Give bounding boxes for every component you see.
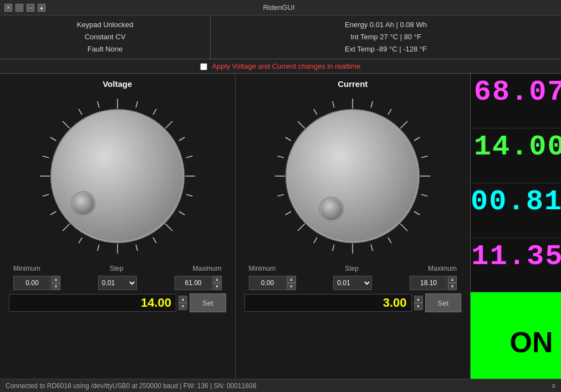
svg-point-25 [52,111,183,241]
svg-line-14 [79,238,82,243]
amps-row: 00.81 Amps [471,183,561,238]
info-left: Keypad Unlocked Constant CV Fault None [0,16,211,59]
on-off-button[interactable]: ON [471,292,561,392]
svg-line-4 [179,137,185,141]
energy-row: Energy 0.01 Ah | 0.08 Wh [345,19,427,31]
current-step-select[interactable]: 0.01 0.1 1.0 [333,276,372,290]
current-knob-svg[interactable] [269,93,436,259]
realtime-bar: Apply Voltage and Current changes in rea… [0,59,561,74]
voltage-min-down[interactable]: ▼ [52,283,60,290]
mode-row: Constant CV [7,31,203,43]
status-bar: Connected to RD6018 using /dev/ttyUSB0 a… [0,379,561,392]
current-min-down[interactable]: ▼ [287,283,296,290]
svg-line-38 [388,238,391,243]
right-panel: 68.07 Volts 14.00 Volts 00.81 Amps 11.35… [470,74,561,392]
main-volts-row: 68.07 Volts [471,74,561,128]
svg-line-45 [278,194,284,196]
current-min-up[interactable]: ▲ [287,276,296,283]
svg-line-17 [43,194,49,196]
panels-area: Voltage [0,74,561,392]
svg-line-36 [414,212,420,215]
svg-line-44 [285,212,291,215]
window-controls: ✕ □ — ▲ [4,4,45,12]
voltage-bottom-controls: Minimum Step Maximum ▲ ▼ [4,259,231,317]
current-value-up[interactable]: ▲ [414,296,423,303]
restore-button[interactable]: ▲ [38,4,45,12]
close-button[interactable]: ✕ [4,4,12,12]
set-volts-row: 14.00 Volts [471,128,561,183]
voltage-value-input[interactable] [9,294,176,312]
voltage-max-up[interactable]: ▲ [213,276,222,283]
current-set-button[interactable]: Set [425,293,462,312]
voltage-max-input[interactable] [175,276,212,290]
svg-line-41 [333,245,334,251]
voltage-value-spin: ▲ ▼ [178,296,187,310]
current-max-up[interactable]: ▲ [448,276,457,283]
current-controls-labels: Minimum Step Maximum [244,265,462,272]
current-max-input-group: ▲ ▼ [410,276,457,290]
svg-point-55 [320,198,343,220]
svg-line-3 [165,121,172,128]
svg-line-21 [63,121,70,128]
realtime-checkbox[interactable] [200,63,207,70]
status-icon: ≡ [552,382,555,390]
voltage-set-button[interactable]: Set [190,293,226,312]
svg-line-50 [314,109,317,115]
main-volts-value: 68.07 [474,76,561,109]
voltage-controls-inputs: ▲ ▼ 0.01 0.1 1.0 [9,276,226,290]
current-max-down[interactable]: ▼ [448,283,457,290]
voltage-knob-svg[interactable] [34,93,201,259]
svg-line-5 [186,156,192,158]
minimize-button[interactable]: — [27,4,34,12]
svg-line-2 [153,109,156,115]
svg-line-22 [79,109,82,115]
watts-row: 11.35 Watts [471,238,561,293]
voltage-value-up[interactable]: ▲ [178,296,187,303]
current-step-label: Step [345,265,359,272]
voltage-value-down[interactable]: ▼ [178,303,187,310]
amps-value: 00.81 [471,185,561,218]
voltage-max-down[interactable]: ▼ [213,283,222,290]
current-bottom-controls: Minimum Step Maximum ▲ ▼ [240,259,466,317]
svg-line-39 [371,245,373,251]
svg-line-13 [98,245,99,251]
voltage-min-input-group: ▲ ▼ [13,276,60,290]
current-value-spin: ▲ ▼ [414,296,423,310]
svg-line-31 [401,121,408,128]
svg-line-16 [50,212,56,215]
voltage-section: Voltage [0,74,236,392]
current-value-down[interactable]: ▼ [414,303,423,310]
current-max-input[interactable] [410,276,447,290]
svg-point-53 [287,111,418,241]
current-value-input[interactable] [244,294,412,312]
info-bar: Keypad Unlocked Constant CV Fault None E… [0,16,561,59]
current-title: Current [338,79,368,89]
knobs-area: Voltage [0,74,470,392]
current-step-input-group: 0.01 0.1 1.0 [333,276,372,290]
ext-temp-value: Ext Temp -89 °C | -128 °F [345,45,427,53]
voltage-min-up[interactable]: ▲ [52,276,60,283]
set-volts-value: 14.00 [474,131,561,163]
voltage-knob-container[interactable] [34,93,201,259]
fault-value: Fault None [88,43,123,55]
current-min-input[interactable] [249,276,287,290]
current-controls-inputs: ▲ ▼ 0.01 0.1 1.0 [244,276,462,290]
svg-line-33 [421,156,428,158]
keypad-value: Keypad Unlocked [77,19,134,31]
voltage-step-input-group: 0.01 0.1 1.0 [98,276,137,290]
maximize-button[interactable]: □ [16,4,23,12]
svg-line-30 [388,109,391,115]
current-knob-container[interactable] [269,93,436,259]
keypad-row: Keypad Unlocked [7,19,203,31]
svg-line-29 [371,101,373,108]
voltage-controls-labels: Minimum Step Maximum [9,265,226,272]
int-temp-row: Int Temp 27 °C | 80 °F [350,31,421,43]
app-title: RidenGUI [263,3,294,12]
svg-line-35 [421,194,428,196]
fault-row: Fault None [7,43,203,55]
svg-line-32 [414,137,420,141]
svg-line-42 [314,238,317,243]
voltage-step-select[interactable]: 0.01 0.1 1.0 [98,276,137,290]
voltage-min-input[interactable] [13,276,51,290]
mode-value: Constant CV [85,31,126,43]
